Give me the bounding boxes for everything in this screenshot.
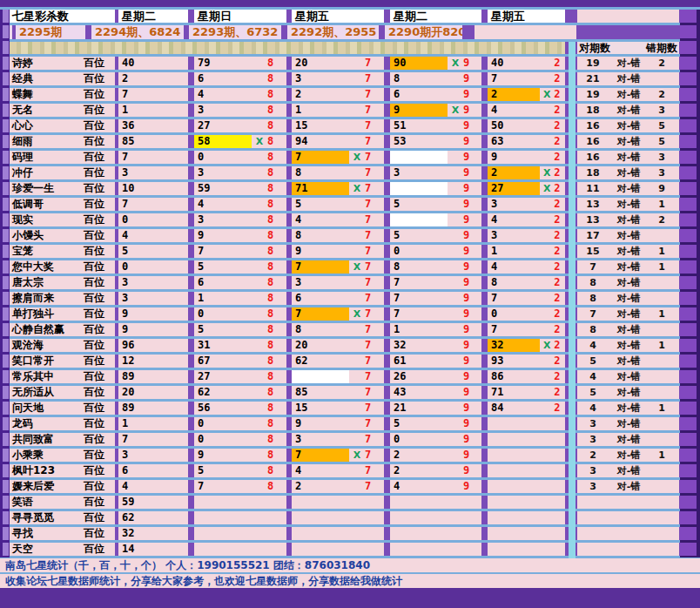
miss-count: 1	[649, 449, 675, 462]
row-owner-name: 小乘乘	[9, 449, 84, 462]
result-cell: 15对-错1	[577, 245, 679, 258]
table-row: 寻找百位32	[0, 527, 700, 543]
row-owner-name: 细雨	[9, 135, 84, 148]
kill-value: 1	[390, 323, 448, 336]
dui-cuo-label: 对-错	[609, 292, 649, 305]
draw-digit: 7	[365, 464, 377, 477]
hit-x-icon	[448, 135, 463, 148]
hit-x-icon	[349, 245, 365, 258]
kill-value: 27	[194, 370, 252, 383]
match-count: 13	[577, 198, 609, 211]
kill-value	[390, 182, 448, 195]
kill-value: 62	[194, 386, 252, 399]
row-owner-name: 唐太宗	[9, 276, 84, 289]
hit-x-icon	[540, 355, 554, 368]
hit-x-icon: X	[540, 166, 554, 179]
kill-value-cell: 08	[194, 151, 286, 164]
hit-x-icon	[252, 260, 267, 274]
kill-value: 96	[118, 339, 188, 352]
result-cell: 18对-错3	[577, 104, 679, 117]
teal-divider	[569, 496, 575, 511]
hit-x-icon	[448, 402, 463, 415]
draw-digit: 7	[365, 245, 377, 258]
draw-digit: 8	[267, 198, 279, 211]
result-cell: 16对-错5	[577, 119, 679, 132]
table-row: 龙码百位10897593对-错	[0, 417, 700, 433]
kill-value: 7	[194, 245, 252, 258]
kill-value: 0	[194, 433, 252, 446]
kill-value-cell: 318	[194, 339, 286, 352]
position-label: 百位	[84, 166, 115, 179]
kill-value: 7	[292, 151, 349, 164]
match-count: 8	[577, 292, 609, 305]
kill-value: 71	[292, 182, 349, 195]
kill-value-cell	[488, 496, 565, 509]
hit-x-icon	[448, 182, 463, 195]
draw-digit: 2	[554, 119, 565, 132]
kill-value: 0	[194, 151, 252, 164]
row-name-cell: 珍爱一生百位	[9, 182, 115, 195]
kill-value: 20	[292, 57, 349, 70]
draw-digit: 8	[267, 402, 279, 415]
dui-cuo-label: 对-错	[609, 166, 649, 179]
kill-value-cell: 79	[390, 307, 481, 321]
position-label: 百位	[84, 323, 115, 336]
kill-value: 4	[488, 213, 540, 226]
match-count: 13	[577, 213, 609, 226]
hit-x-icon	[540, 260, 554, 274]
hit-x-icon	[448, 464, 463, 477]
kill-value-cell: 59	[390, 229, 481, 242]
kill-value: 26	[390, 370, 448, 383]
kill-value: 93	[488, 355, 540, 368]
dui-cuo-label: 对-错	[609, 151, 649, 164]
kill-value: 2	[390, 449, 448, 462]
hit-x-icon	[540, 386, 554, 399]
match-count: 3	[577, 417, 609, 430]
result-cell: 7对-错1	[577, 307, 679, 321]
kill-value: 86	[488, 370, 540, 383]
kill-value: 36	[118, 119, 188, 132]
kill-value-cell	[390, 511, 481, 524]
draw-digit: 7	[365, 57, 377, 70]
hit-x-icon	[349, 402, 365, 415]
result-cell	[577, 527, 679, 540]
hit-x-icon	[252, 88, 267, 101]
hit-x-icon	[252, 402, 267, 415]
kill-value-cell: 58	[194, 260, 286, 274]
table-row: 细雨百位8558X894753963216对-错5	[0, 135, 700, 151]
kill-value-cell: 947	[292, 135, 384, 148]
draw-digit: 9	[463, 198, 475, 211]
hit-x-icon	[448, 323, 463, 336]
table-row: 枫叶123百位65847293对-错	[0, 464, 700, 480]
dui-cuo-label: 对-错	[609, 260, 649, 274]
kill-value: 0	[390, 245, 448, 258]
kill-value: 8	[292, 229, 349, 242]
hit-x-icon	[252, 417, 267, 430]
match-count: 16	[577, 135, 609, 148]
row-owner-name: 心心	[9, 119, 84, 132]
draw-digit: 2	[554, 104, 565, 117]
draw-digit: 2	[554, 260, 565, 274]
kill-value-cell: 42	[488, 104, 565, 117]
table-row: 媛来后爱百位47827493对-错	[0, 480, 700, 496]
kill-value-cell: 62	[118, 511, 188, 524]
result-cell: 4对-错1	[577, 402, 679, 415]
hit-x-icon	[252, 276, 267, 289]
row-name-cell: 问天地百位	[9, 402, 115, 415]
teal-divider	[569, 135, 575, 151]
kill-value-cell: 9	[390, 182, 481, 195]
row-owner-name: 寻寻觅觅	[9, 511, 84, 524]
teal-divider	[569, 417, 575, 433]
kill-value: 7	[118, 433, 188, 446]
miss-count: 1	[649, 260, 675, 274]
match-count: 3	[577, 480, 609, 493]
draw-digit: 9	[463, 370, 475, 383]
hit-x-icon: X	[349, 260, 365, 274]
row-name-cell: 共同致富百位	[9, 433, 115, 446]
hit-x-icon	[252, 119, 267, 132]
kill-value: 0	[194, 307, 252, 321]
hit-x-icon	[349, 166, 365, 179]
hit-x-icon	[540, 370, 554, 383]
position-label: 百位	[84, 464, 115, 477]
position-label: 百位	[84, 135, 115, 148]
